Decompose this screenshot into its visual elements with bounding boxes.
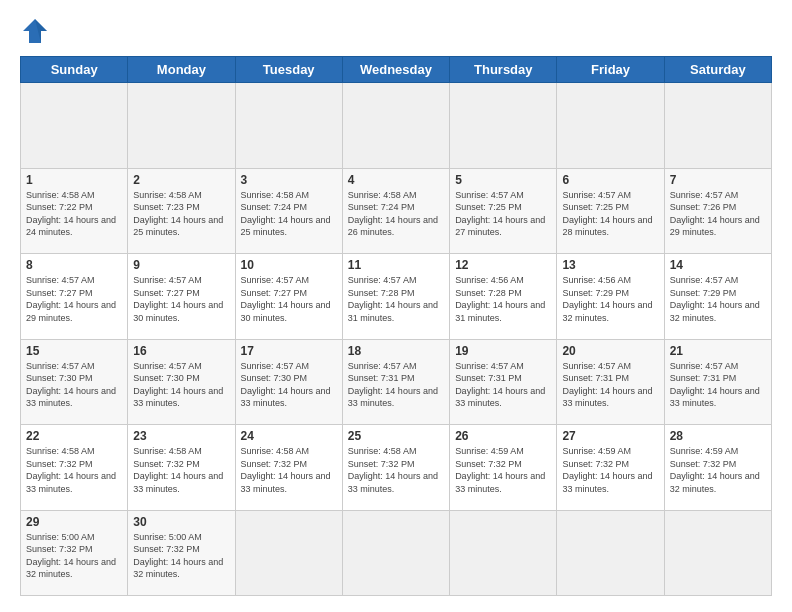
calendar-cell: 25 Sunrise: 4:58 AMSunset: 7:32 PMDaylig…	[342, 425, 449, 511]
day-number: 9	[133, 258, 229, 272]
day-number: 27	[562, 429, 658, 443]
day-number: 28	[670, 429, 766, 443]
day-info: Sunrise: 4:58 AMSunset: 7:24 PMDaylight:…	[348, 190, 438, 238]
day-header-sunday: Sunday	[21, 57, 128, 83]
calendar-cell: 19 Sunrise: 4:57 AMSunset: 7:31 PMDaylig…	[450, 339, 557, 425]
day-info: Sunrise: 4:58 AMSunset: 7:23 PMDaylight:…	[133, 190, 223, 238]
logo	[20, 16, 54, 46]
calendar-cell: 1 Sunrise: 4:58 AMSunset: 7:22 PMDayligh…	[21, 168, 128, 254]
day-info: Sunrise: 4:57 AMSunset: 7:25 PMDaylight:…	[455, 190, 545, 238]
day-number: 3	[241, 173, 337, 187]
calendar-cell: 8 Sunrise: 4:57 AMSunset: 7:27 PMDayligh…	[21, 254, 128, 340]
day-number: 11	[348, 258, 444, 272]
calendar-cell	[450, 510, 557, 596]
day-number: 19	[455, 344, 551, 358]
day-info: Sunrise: 4:57 AMSunset: 7:25 PMDaylight:…	[562, 190, 652, 238]
day-info: Sunrise: 4:59 AMSunset: 7:32 PMDaylight:…	[562, 446, 652, 494]
day-number: 26	[455, 429, 551, 443]
day-info: Sunrise: 4:58 AMSunset: 7:22 PMDaylight:…	[26, 190, 116, 238]
day-info: Sunrise: 5:00 AMSunset: 7:32 PMDaylight:…	[26, 532, 116, 580]
day-number: 23	[133, 429, 229, 443]
calendar-cell: 3 Sunrise: 4:58 AMSunset: 7:24 PMDayligh…	[235, 168, 342, 254]
calendar-cell: 21 Sunrise: 4:57 AMSunset: 7:31 PMDaylig…	[664, 339, 771, 425]
day-number: 12	[455, 258, 551, 272]
calendar-cell	[235, 83, 342, 169]
header	[20, 16, 772, 46]
day-header-wednesday: Wednesday	[342, 57, 449, 83]
day-info: Sunrise: 4:56 AMSunset: 7:28 PMDaylight:…	[455, 275, 545, 323]
day-header-tuesday: Tuesday	[235, 57, 342, 83]
day-number: 18	[348, 344, 444, 358]
day-number: 1	[26, 173, 122, 187]
day-info: Sunrise: 4:59 AMSunset: 7:32 PMDaylight:…	[455, 446, 545, 494]
day-info: Sunrise: 4:58 AMSunset: 7:24 PMDaylight:…	[241, 190, 331, 238]
day-number: 13	[562, 258, 658, 272]
calendar-cell: 28 Sunrise: 4:59 AMSunset: 7:32 PMDaylig…	[664, 425, 771, 511]
calendar-cell: 15 Sunrise: 4:57 AMSunset: 7:30 PMDaylig…	[21, 339, 128, 425]
day-header-friday: Friday	[557, 57, 664, 83]
day-info: Sunrise: 4:58 AMSunset: 7:32 PMDaylight:…	[133, 446, 223, 494]
day-number: 30	[133, 515, 229, 529]
day-info: Sunrise: 4:57 AMSunset: 7:30 PMDaylight:…	[26, 361, 116, 409]
day-number: 24	[241, 429, 337, 443]
page: SundayMondayTuesdayWednesdayThursdayFrid…	[0, 0, 792, 612]
calendar-cell	[557, 510, 664, 596]
calendar-cell	[342, 510, 449, 596]
day-info: Sunrise: 4:57 AMSunset: 7:26 PMDaylight:…	[670, 190, 760, 238]
calendar-cell: 18 Sunrise: 4:57 AMSunset: 7:31 PMDaylig…	[342, 339, 449, 425]
day-number: 10	[241, 258, 337, 272]
day-info: Sunrise: 4:57 AMSunset: 7:27 PMDaylight:…	[26, 275, 116, 323]
day-number: 2	[133, 173, 229, 187]
day-number: 17	[241, 344, 337, 358]
calendar-cell: 24 Sunrise: 4:58 AMSunset: 7:32 PMDaylig…	[235, 425, 342, 511]
day-info: Sunrise: 4:56 AMSunset: 7:29 PMDaylight:…	[562, 275, 652, 323]
calendar-cell: 30 Sunrise: 5:00 AMSunset: 7:32 PMDaylig…	[128, 510, 235, 596]
calendar-cell: 6 Sunrise: 4:57 AMSunset: 7:25 PMDayligh…	[557, 168, 664, 254]
calendar-cell: 13 Sunrise: 4:56 AMSunset: 7:29 PMDaylig…	[557, 254, 664, 340]
calendar-cell	[342, 83, 449, 169]
calendar-cell: 12 Sunrise: 4:56 AMSunset: 7:28 PMDaylig…	[450, 254, 557, 340]
calendar-cell: 7 Sunrise: 4:57 AMSunset: 7:26 PMDayligh…	[664, 168, 771, 254]
day-info: Sunrise: 4:57 AMSunset: 7:30 PMDaylight:…	[133, 361, 223, 409]
day-info: Sunrise: 4:57 AMSunset: 7:28 PMDaylight:…	[348, 275, 438, 323]
calendar-cell: 9 Sunrise: 4:57 AMSunset: 7:27 PMDayligh…	[128, 254, 235, 340]
day-info: Sunrise: 4:57 AMSunset: 7:31 PMDaylight:…	[455, 361, 545, 409]
calendar-cell: 27 Sunrise: 4:59 AMSunset: 7:32 PMDaylig…	[557, 425, 664, 511]
day-number: 4	[348, 173, 444, 187]
calendar-cell	[664, 510, 771, 596]
day-number: 5	[455, 173, 551, 187]
calendar-cell	[235, 510, 342, 596]
calendar-week-4: 22 Sunrise: 4:58 AMSunset: 7:32 PMDaylig…	[21, 425, 772, 511]
calendar-header-row: SundayMondayTuesdayWednesdayThursdayFrid…	[21, 57, 772, 83]
calendar-cell: 16 Sunrise: 4:57 AMSunset: 7:30 PMDaylig…	[128, 339, 235, 425]
calendar-cell: 22 Sunrise: 4:58 AMSunset: 7:32 PMDaylig…	[21, 425, 128, 511]
day-info: Sunrise: 4:57 AMSunset: 7:31 PMDaylight:…	[670, 361, 760, 409]
day-info: Sunrise: 4:58 AMSunset: 7:32 PMDaylight:…	[241, 446, 331, 494]
calendar-cell: 23 Sunrise: 4:58 AMSunset: 7:32 PMDaylig…	[128, 425, 235, 511]
day-number: 22	[26, 429, 122, 443]
calendar-cell: 5 Sunrise: 4:57 AMSunset: 7:25 PMDayligh…	[450, 168, 557, 254]
calendar-week-1: 1 Sunrise: 4:58 AMSunset: 7:22 PMDayligh…	[21, 168, 772, 254]
day-number: 20	[562, 344, 658, 358]
day-number: 29	[26, 515, 122, 529]
day-header-saturday: Saturday	[664, 57, 771, 83]
day-number: 14	[670, 258, 766, 272]
day-info: Sunrise: 4:57 AMSunset: 7:27 PMDaylight:…	[133, 275, 223, 323]
day-info: Sunrise: 4:59 AMSunset: 7:32 PMDaylight:…	[670, 446, 760, 494]
day-info: Sunrise: 4:57 AMSunset: 7:30 PMDaylight:…	[241, 361, 331, 409]
calendar-cell: 29 Sunrise: 5:00 AMSunset: 7:32 PMDaylig…	[21, 510, 128, 596]
calendar-cell	[21, 83, 128, 169]
calendar-cell	[664, 83, 771, 169]
calendar-cell	[128, 83, 235, 169]
calendar-week-5: 29 Sunrise: 5:00 AMSunset: 7:32 PMDaylig…	[21, 510, 772, 596]
calendar-cell: 11 Sunrise: 4:57 AMSunset: 7:28 PMDaylig…	[342, 254, 449, 340]
calendar-cell: 14 Sunrise: 4:57 AMSunset: 7:29 PMDaylig…	[664, 254, 771, 340]
calendar-cell: 2 Sunrise: 4:58 AMSunset: 7:23 PMDayligh…	[128, 168, 235, 254]
day-info: Sunrise: 4:58 AMSunset: 7:32 PMDaylight:…	[26, 446, 116, 494]
calendar-cell: 10 Sunrise: 4:57 AMSunset: 7:27 PMDaylig…	[235, 254, 342, 340]
calendar-cell: 20 Sunrise: 4:57 AMSunset: 7:31 PMDaylig…	[557, 339, 664, 425]
calendar-cell: 17 Sunrise: 4:57 AMSunset: 7:30 PMDaylig…	[235, 339, 342, 425]
calendar-week-3: 15 Sunrise: 4:57 AMSunset: 7:30 PMDaylig…	[21, 339, 772, 425]
calendar-week-0	[21, 83, 772, 169]
day-number: 8	[26, 258, 122, 272]
